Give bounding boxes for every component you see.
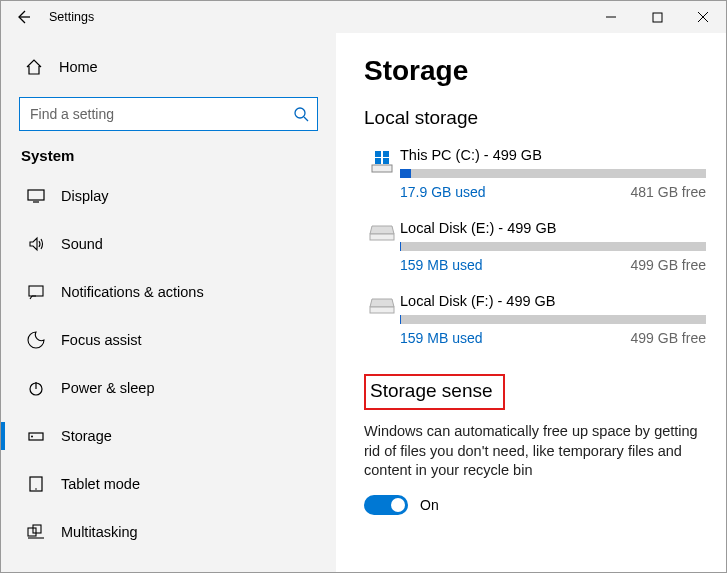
nav-item-label: Focus assist <box>61 332 142 348</box>
storage-sense-heading: Storage sense <box>364 374 505 410</box>
focus-assist-icon <box>25 331 47 349</box>
close-icon <box>697 11 709 23</box>
nav-item-sound[interactable]: Sound <box>1 220 336 268</box>
search-icon <box>293 106 309 122</box>
drive-free-label: 481 GB free <box>631 184 707 200</box>
nav-home[interactable]: Home <box>1 47 336 87</box>
nav-item-label: Notifications & actions <box>61 284 204 300</box>
drive-item[interactable]: This PC (C:) - 499 GB17.9 GB used481 GB … <box>364 147 706 200</box>
drive-used-label: 159 MB used <box>400 330 483 346</box>
back-button[interactable] <box>1 1 45 33</box>
drive-free-label: 499 GB free <box>631 257 707 273</box>
svg-rect-11 <box>372 165 392 172</box>
storage-sense-description: Windows can automatically free up space … <box>364 422 706 481</box>
drive-icon <box>364 293 400 346</box>
local-storage-heading: Local storage <box>364 107 706 129</box>
main-panel: Storage Local storage This PC (C:) - 499… <box>336 33 726 572</box>
nav-item-label: Multitasking <box>61 524 138 540</box>
nav-category-label: System <box>1 147 336 164</box>
svg-rect-9 <box>28 528 36 536</box>
drive-icon <box>364 147 400 200</box>
storage-sense-toggle[interactable] <box>364 495 408 515</box>
nav-item-power-sleep[interactable]: Power & sleep <box>1 364 336 412</box>
display-icon <box>25 187 47 205</box>
drive-icon <box>364 220 400 273</box>
maximize-button[interactable] <box>634 1 680 33</box>
notifications-icon <box>25 283 47 301</box>
nav-item-focus-assist[interactable]: Focus assist <box>1 316 336 364</box>
nav-item-label: Tablet mode <box>61 476 140 492</box>
storage-icon <box>25 427 47 445</box>
svg-rect-16 <box>370 234 394 240</box>
tablet-icon <box>25 475 47 493</box>
nav-item-tablet-mode[interactable]: Tablet mode <box>1 460 336 508</box>
svg-point-6 <box>31 436 33 438</box>
maximize-icon <box>652 12 663 23</box>
svg-rect-2 <box>28 190 44 200</box>
sidebar: Home System Display Sound Notifications … <box>1 33 336 572</box>
nav-item-label: Power & sleep <box>61 380 155 396</box>
drive-item[interactable]: Local Disk (E:) - 499 GB159 MB used499 G… <box>364 220 706 273</box>
storage-sense-toggle-label: On <box>420 497 439 513</box>
page-title: Storage <box>364 55 706 87</box>
svg-rect-14 <box>375 158 381 164</box>
sound-icon <box>25 235 47 253</box>
drive-title: Local Disk (E:) - 499 GB <box>400 220 706 236</box>
power-icon <box>25 379 47 397</box>
nav-item-storage[interactable]: Storage <box>1 412 336 460</box>
home-icon <box>25 58 49 76</box>
search-input[interactable] <box>30 106 293 122</box>
nav-item-multitasking[interactable]: Multitasking <box>1 508 336 556</box>
svg-rect-0 <box>653 13 662 22</box>
drive-used-label: 159 MB used <box>400 257 483 273</box>
svg-rect-13 <box>383 151 389 157</box>
svg-rect-3 <box>29 286 43 296</box>
storage-sense-toggle-row: On <box>364 495 706 515</box>
search-box[interactable] <box>19 97 318 131</box>
svg-rect-15 <box>383 158 389 164</box>
multitasking-icon <box>25 523 47 541</box>
close-button[interactable] <box>680 1 726 33</box>
titlebar: Settings <box>1 1 726 33</box>
nav-item-notifications[interactable]: Notifications & actions <box>1 268 336 316</box>
svg-point-1 <box>295 108 305 118</box>
drive-used-label: 17.9 GB used <box>400 184 486 200</box>
svg-point-8 <box>35 488 37 490</box>
nav-item-label: Sound <box>61 236 103 252</box>
nav-item-label: Display <box>61 188 109 204</box>
minimize-button[interactable] <box>588 1 634 33</box>
drive-free-label: 499 GB free <box>631 330 707 346</box>
drive-usage-bar <box>400 315 706 324</box>
drive-usage-bar <box>400 242 706 251</box>
svg-rect-10 <box>33 525 41 533</box>
svg-rect-12 <box>375 151 381 157</box>
arrow-left-icon <box>15 9 31 25</box>
drive-title: Local Disk (F:) - 499 GB <box>400 293 706 309</box>
nav-item-label: Storage <box>61 428 112 444</box>
svg-rect-17 <box>370 307 394 313</box>
nav-home-label: Home <box>59 59 98 75</box>
drive-item[interactable]: Local Disk (F:) - 499 GB159 MB used499 G… <box>364 293 706 346</box>
minimize-icon <box>605 11 617 23</box>
window-title: Settings <box>45 10 94 24</box>
drive-title: This PC (C:) - 499 GB <box>400 147 706 163</box>
nav-item-display[interactable]: Display <box>1 172 336 220</box>
drive-usage-bar <box>400 169 706 178</box>
